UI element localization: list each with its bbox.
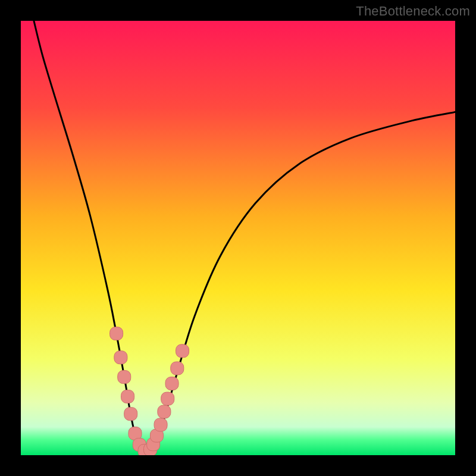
chart-frame: { "watermark": "TheBottleneck.com", "col…: [0, 0, 476, 476]
curve-marker: [121, 390, 134, 403]
curve-marker: [114, 351, 127, 364]
plot-background: [21, 21, 455, 455]
curve-marker: [165, 377, 178, 390]
curve-marker: [110, 327, 123, 340]
curve-marker: [171, 362, 184, 375]
curve-marker: [158, 405, 171, 418]
curve-marker: [154, 418, 167, 431]
curve-marker: [118, 371, 131, 384]
curve-marker: [124, 408, 137, 421]
chart-svg: [0, 0, 476, 476]
watermark-text: TheBottleneck.com: [356, 4, 470, 19]
curve-marker: [176, 345, 189, 358]
curve-marker: [161, 392, 174, 405]
